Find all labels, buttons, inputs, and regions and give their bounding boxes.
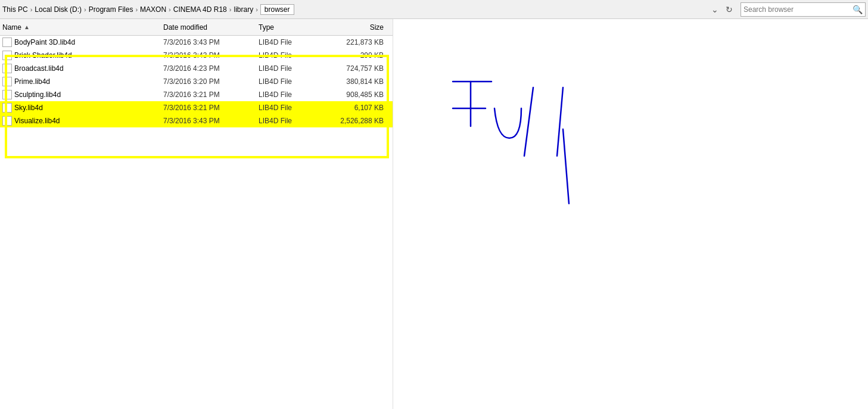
search-box: 🔍 bbox=[741, 2, 866, 17]
address-bar: This PC › Local Disk (D:) › Program File… bbox=[0, 0, 868, 19]
col-header-type[interactable]: Type bbox=[259, 23, 324, 32]
col-header-date[interactable]: Date modified bbox=[163, 23, 259, 32]
file-type-cell: LIB4D File bbox=[259, 64, 324, 73]
file-date-cell: 7/3/2016 3:21 PM bbox=[163, 104, 259, 112]
breadcrumb-browser[interactable]: browser bbox=[260, 4, 294, 15]
file-date-cell: 7/3/2016 3:20 PM bbox=[163, 77, 259, 86]
file-size-cell: 2,526,288 KB bbox=[324, 117, 390, 125]
file-date-cell: 7/3/2016 3:43 PM bbox=[163, 117, 259, 125]
file-type-cell: LIB4D File bbox=[259, 38, 324, 46]
table-row[interactable]: Prime.lib4d7/3/2016 3:20 PMLIB4D File380… bbox=[0, 75, 393, 88]
svg-line-1 bbox=[557, 88, 563, 156]
file-size-cell: 6,107 KB bbox=[324, 104, 390, 112]
file-icon bbox=[2, 90, 12, 99]
table-row[interactable]: Sculpting.lib4d7/3/2016 3:21 PMLIB4D Fil… bbox=[0, 88, 393, 101]
file-name-cell: Sky.lib4d bbox=[14, 104, 163, 112]
address-controls: ⌄ ↻ bbox=[708, 3, 736, 16]
file-date-cell: 7/3/2016 3:21 PM bbox=[163, 90, 259, 99]
svg-line-0 bbox=[524, 88, 533, 156]
file-rows-container: BodyPaint 3D.lib4d7/3/2016 3:43 PMLIB4D … bbox=[0, 36, 393, 127]
table-row[interactable]: Sky.lib4d7/3/2016 3:21 PMLIB4D File6,107… bbox=[0, 101, 393, 114]
file-type-cell: LIB4D File bbox=[259, 117, 324, 125]
file-type-cell: LIB4D File bbox=[259, 104, 324, 112]
file-name-cell: BodyPaint 3D.lib4d bbox=[14, 38, 163, 46]
file-icon bbox=[2, 103, 12, 113]
file-size-cell: 908,485 KB bbox=[324, 90, 390, 99]
table-row[interactable]: Brick Shader.lib4d7/3/2016 3:43 PMLIB4D … bbox=[0, 49, 393, 62]
breadcrumb-sep-6: › bbox=[256, 6, 258, 13]
file-size-cell: 290 KB bbox=[324, 51, 390, 60]
file-icon bbox=[2, 51, 12, 60]
file-date-cell: 7/3/2016 3:43 PM bbox=[163, 38, 259, 46]
column-headers: Name ▲ Date modified Type Size bbox=[0, 19, 393, 36]
breadcrumb-sep-5: › bbox=[229, 6, 232, 13]
col-header-name[interactable]: Name ▲ bbox=[2, 23, 163, 32]
file-size-cell: 221,873 KB bbox=[324, 38, 390, 46]
file-type-cell: LIB4D File bbox=[259, 90, 324, 99]
breadcrumb-sep-1: › bbox=[30, 6, 33, 13]
table-row[interactable]: Broadcast.lib4d7/3/2016 4:23 PMLIB4D Fil… bbox=[0, 62, 393, 75]
file-type-cell: LIB4D File bbox=[259, 77, 324, 86]
file-type-cell: LIB4D File bbox=[259, 51, 324, 60]
refresh-button[interactable]: ↻ bbox=[723, 3, 736, 16]
file-date-cell: 7/3/2016 4:23 PM bbox=[163, 64, 259, 73]
table-row[interactable]: Visualize.lib4d7/3/2016 3:43 PMLIB4D Fil… bbox=[0, 114, 393, 127]
file-name-cell: Broadcast.lib4d bbox=[14, 64, 163, 73]
breadcrumb-sep-4: › bbox=[169, 6, 171, 13]
file-icon bbox=[2, 64, 12, 73]
file-name-cell: Sculpting.lib4d bbox=[14, 90, 163, 99]
file-name-cell: Visualize.lib4d bbox=[14, 117, 163, 125]
file-date-cell: 7/3/2016 3:43 PM bbox=[163, 51, 259, 60]
table-row[interactable]: BodyPaint 3D.lib4d7/3/2016 3:43 PMLIB4D … bbox=[0, 36, 393, 49]
file-icon bbox=[2, 77, 12, 86]
main-content: Name ▲ Date modified Type Size BodyPaint… bbox=[0, 19, 868, 409]
breadcrumb-maxon[interactable]: MAXON bbox=[140, 5, 166, 14]
file-size-cell: 724,757 KB bbox=[324, 64, 390, 73]
file-list-panel: Name ▲ Date modified Type Size BodyPaint… bbox=[0, 19, 393, 409]
breadcrumb: This PC › Local Disk (D:) › Program File… bbox=[2, 4, 708, 15]
file-icon bbox=[2, 116, 12, 126]
sort-arrow-icon: ▲ bbox=[24, 24, 30, 30]
col-header-size[interactable]: Size bbox=[324, 23, 390, 32]
breadcrumb-library[interactable]: library bbox=[234, 5, 253, 14]
file-name-cell: Brick Shader.lib4d bbox=[14, 51, 163, 60]
file-icon bbox=[2, 38, 12, 47]
annotation-drawing bbox=[393, 19, 868, 409]
breadcrumb-sep-3: › bbox=[135, 6, 138, 13]
file-size-cell: 380,814 KB bbox=[324, 77, 390, 86]
search-button[interactable]: 🔍 bbox=[853, 5, 863, 14]
drawing-panel bbox=[393, 19, 868, 409]
breadcrumb-cinema4d[interactable]: CINEMA 4D R18 bbox=[173, 5, 227, 14]
breadcrumb-program-files[interactable]: Program Files bbox=[89, 5, 133, 14]
breadcrumb-local-disk[interactable]: Local Disk (D:) bbox=[35, 5, 82, 14]
col-name-label: Name bbox=[2, 23, 21, 32]
breadcrumb-sep-2: › bbox=[84, 6, 86, 13]
breadcrumb-this-pc[interactable]: This PC bbox=[2, 5, 28, 14]
search-input[interactable] bbox=[743, 5, 853, 14]
file-name-cell: Prime.lib4d bbox=[14, 77, 163, 86]
dropdown-button[interactable]: ⌄ bbox=[708, 3, 721, 16]
